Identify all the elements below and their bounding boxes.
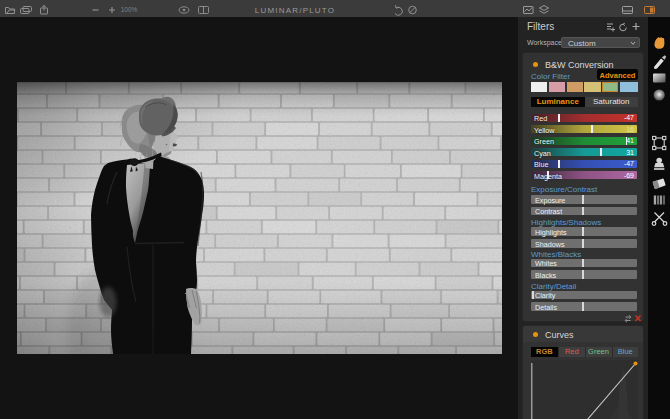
svg-text:100%: 100% <box>121 6 138 13</box>
svg-text:LUMINAR/PLUTO: LUMINAR/PLUTO <box>255 6 335 15</box>
